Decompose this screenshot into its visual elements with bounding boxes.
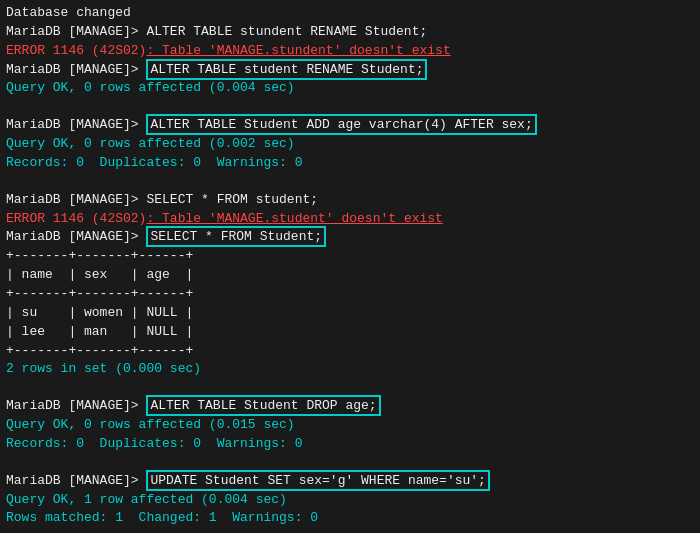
blank2 xyxy=(6,173,694,191)
line-tbl3: +-------+-------+------+ xyxy=(6,285,694,304)
line-err1: ERROR 1146 (42S02): Table 'MANAGE.stunde… xyxy=(6,42,694,61)
line-cmd1: MariaDB [MANAGE]> ALTER TABLE stundent R… xyxy=(6,23,694,42)
line-db-changed: Database changed xyxy=(6,4,694,23)
line-ok1: Query OK, 0 rows affected (0.004 sec) xyxy=(6,79,694,98)
line-ok4: Query OK, 1 row affected (0.004 sec) xyxy=(6,491,694,510)
line-cmd2: MariaDB [MANAGE]> ALTER TABLE student RE… xyxy=(6,61,694,80)
line-tbl4: | su | women | NULL | xyxy=(6,304,694,323)
line-err2: ERROR 1146 (42S02): Table 'MANAGE.studen… xyxy=(6,210,694,229)
line-tbl1: +-------+-------+------+ xyxy=(6,247,694,266)
line-rows2: Rows matched: 1 Changed: 1 Warnings: 0 xyxy=(6,509,694,528)
blank5 xyxy=(6,528,694,533)
line-cmd5: MariaDB [MANAGE]> SELECT * FROM Student; xyxy=(6,228,694,247)
line-ok3: Query OK, 0 rows affected (0.015 sec) xyxy=(6,416,694,435)
line-cmd3: MariaDB [MANAGE]> ALTER TABLE Student AD… xyxy=(6,116,694,135)
line-tbl2: | name | sex | age | xyxy=(6,266,694,285)
line-cmd6: MariaDB [MANAGE]> ALTER TABLE Student DR… xyxy=(6,397,694,416)
line-rec1: Records: 0 Duplicates: 0 Warnings: 0 xyxy=(6,154,694,173)
line-tbl5: | lee | man | NULL | xyxy=(6,323,694,342)
line-ok2: Query OK, 0 rows affected (0.002 sec) xyxy=(6,135,694,154)
line-cmd7: MariaDB [MANAGE]> UPDATE Student SET sex… xyxy=(6,472,694,491)
terminal-window: Database changed MariaDB [MANAGE]> ALTER… xyxy=(0,0,700,533)
line-rec2: Records: 0 Duplicates: 0 Warnings: 0 xyxy=(6,435,694,454)
line-cmd4: MariaDB [MANAGE]> SELECT * FROM student; xyxy=(6,191,694,210)
line-rows1: 2 rows in set (0.000 sec) xyxy=(6,360,694,379)
line-tbl6: +-------+-------+------+ xyxy=(6,342,694,361)
